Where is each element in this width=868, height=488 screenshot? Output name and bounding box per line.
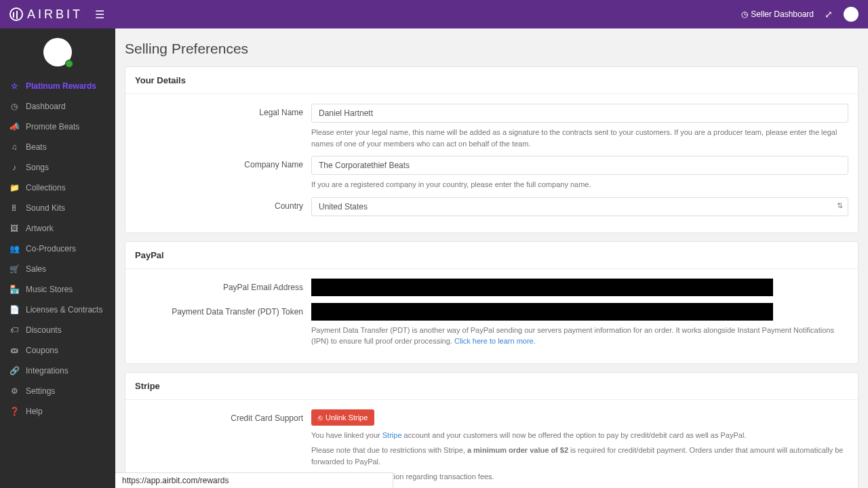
profile-avatar[interactable] [0,38,115,66]
unlink-icon: ⎋ [318,413,323,422]
stripe-min-order-hint: Please note that due to restrictions wit… [311,445,848,467]
page-title: Selling Preferences [115,28,868,66]
logo[interactable]: AIRBIT [9,7,83,22]
expand-icon[interactable]: ⤢ [825,9,833,20]
menu-toggle-icon[interactable]: ☰ [95,8,104,21]
sidebar-item-sales[interactable]: 🛒Sales [0,259,115,279]
nav-icon: ☆ [9,81,19,91]
pdt-token-input[interactable] [311,303,773,321]
sidebar-item-coupons[interactable]: 🎟Coupons [0,340,115,361]
nav-icon: 📄 [9,305,19,314]
sidebar-item-settings[interactable]: ⚙Settings [0,381,115,401]
brand-name: AIRBIT [27,7,83,22]
nav-icon: ⚙ [9,386,19,396]
panel-header: PayPal [125,242,858,269]
nav-icon: 👥 [9,244,19,253]
sidebar-item-label: Artwork [26,224,54,233]
logo-icon [9,7,23,21]
sidebar-item-label: Discounts [26,325,62,335]
status-bar: https://app.airbit.com/rewards [115,472,393,488]
sidebar-item-label: Licenses & Contracts [26,305,102,314]
sidebar-item-label: Collections [26,183,66,192]
sidebar-item-help[interactable]: ❓Help [0,401,115,422]
sidebar: ☆Platinum Rewards◷Dashboard📣Promote Beat… [0,28,115,488]
sidebar-item-music-stores[interactable]: 🏪Music Stores [0,279,115,300]
main-content: Selling Preferences Your Details Legal N… [115,28,868,488]
avatar[interactable] [844,7,859,22]
sidebar-item-label: Music Stores [26,285,73,294]
panel-paypal: PayPal PayPal Email Address Payment Data… [125,241,859,364]
sidebar-item-label: Integrations [26,366,68,375]
nav-icon: ❓ [9,407,19,416]
seller-dashboard-link[interactable]: ◷ Seller Dashboard [741,9,814,19]
panel-your-details: Your Details Legal Name Please enter you… [125,66,859,233]
country-select[interactable]: United States [311,197,848,216]
sidebar-item-label: Beats [26,142,47,152]
nav-icon: ♪ [9,163,19,172]
nav-icon: 🏷 [9,325,19,335]
nav-icon: 📁 [9,183,19,192]
country-label: Country [135,197,311,211]
nav-icon: 🖼 [9,224,19,233]
sidebar-item-label: Songs [26,163,49,172]
panel-stripe: Stripe Credit Card Support ⎋ Unlink Stri… [125,372,859,489]
sidebar-item-label: Sound Kits [26,203,65,213]
sidebar-item-label: Sales [26,264,46,274]
credit-card-support-label: Credit Card Support [135,409,311,423]
topbar: AIRBIT ☰ ◷ Seller Dashboard ⤢ [0,0,868,28]
nav-icon: ♫ [9,142,19,152]
nav-icon: 🎚 [9,203,19,213]
company-name-hint: If you are a registered company in your … [311,179,848,190]
sidebar-item-collections[interactable]: 📁Collections [0,178,115,198]
sidebar-item-label: Dashboard [26,102,66,111]
nav-icon: 🏪 [9,285,19,294]
panel-header: Stripe [125,373,858,400]
nav-icon: 🛒 [9,264,19,274]
sidebar-item-integrations[interactable]: 🔗Integrations [0,361,115,381]
company-name-input[interactable] [311,156,848,175]
pdt-learn-more-link[interactable]: Click here to learn more. [454,337,536,345]
unlink-stripe-button[interactable]: ⎋ Unlink Stripe [311,409,374,426]
panel-header: Your Details [125,67,858,94]
sidebar-item-artwork[interactable]: 🖼Artwork [0,218,115,239]
legal-name-hint: Please enter your legal name, this name … [311,127,848,149]
sidebar-item-licenses-contracts[interactable]: 📄Licenses & Contracts [0,300,115,320]
sidebar-item-dashboard[interactable]: ◷Dashboard [0,96,115,117]
sidebar-item-promote-beats[interactable]: 📣Promote Beats [0,117,115,137]
sidebar-item-co-producers[interactable]: 👥Co-Producers [0,239,115,259]
seller-dashboard-label: Seller Dashboard [751,9,814,19]
sidebar-item-label: Promote Beats [26,122,79,131]
nav-icon: 🔗 [9,366,19,375]
paypal-email-label: PayPal Email Address [135,279,311,292]
sidebar-item-sound-kits[interactable]: 🎚Sound Kits [0,198,115,218]
stripe-link[interactable]: Stripe [382,431,402,439]
sidebar-item-label: Coupons [26,346,58,355]
pdt-hint: Payment Data Transfer (PDT) is another w… [311,325,848,347]
sidebar-item-discounts[interactable]: 🏷Discounts [0,320,115,340]
dashboard-icon: ◷ [741,9,748,19]
nav-icon: 📣 [9,122,19,131]
legal-name-input[interactable] [311,104,848,123]
company-name-label: Company Name [135,156,311,169]
sidebar-item-label: Co-Producers [26,244,76,253]
legal-name-label: Legal Name [135,104,311,117]
sidebar-item-label: Platinum Rewards [26,81,96,91]
sidebar-item-platinum-rewards[interactable]: ☆Platinum Rewards [0,76,115,96]
sidebar-item-beats[interactable]: ♫Beats [0,137,115,157]
nav-icon: 🎟 [9,346,19,355]
stripe-linked-hint: You have linked your Stripe account and … [311,430,848,441]
pdt-token-label: Payment Data Transfer (PDT) Token [135,303,311,317]
sidebar-item-label: Help [26,407,43,416]
sidebar-item-label: Settings [26,386,55,396]
sidebar-item-songs[interactable]: ♪Songs [0,157,115,178]
paypal-email-input[interactable] [311,279,773,296]
nav-icon: ◷ [9,102,19,111]
